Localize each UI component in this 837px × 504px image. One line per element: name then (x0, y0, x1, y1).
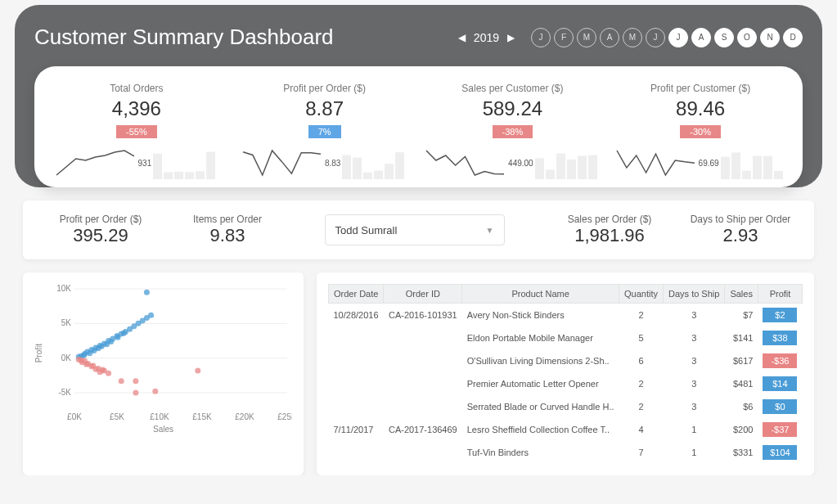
scatter-chart-card: Profit 10K5K0K-5K£0K£5K£10K£15K£20K£25K … (23, 272, 304, 475)
table-row[interactable]: Eldon Portable Mobile Manager 5 3 $141 $… (329, 326, 803, 349)
svg-rect-8 (363, 173, 372, 179)
kpi-badge: -30% (680, 125, 721, 138)
kpi-3: Profit per Customer ($) 89.46 -30% 69.69 (606, 83, 794, 179)
table-row[interactable]: O'Sullivan Living Dimensions 2-Sh.. 6 3 … (329, 349, 803, 372)
chevron-down-icon: ▼ (486, 226, 494, 235)
table-row[interactable]: 10/28/2016 CA-2016-101931 Avery Non-Stic… (329, 304, 803, 327)
table-header[interactable]: Product Name (462, 285, 619, 304)
svg-rect-0 (153, 154, 162, 179)
svg-point-64 (108, 339, 114, 344)
table-header[interactable]: Order Date (329, 285, 384, 304)
svg-rect-2 (174, 172, 183, 179)
scatter-chart[interactable]: 10K5K0K-5K£0K£5K£10K£15K£20K£25K (47, 284, 292, 423)
table-row[interactable]: Premier Automatic Letter Opener 2 3 $481… (329, 372, 803, 395)
svg-point-80 (195, 367, 200, 373)
svg-rect-4 (196, 171, 205, 179)
svg-rect-1 (164, 172, 173, 179)
stat-profit-per-order: Profit per Order ($) 395.29 (39, 214, 162, 246)
customer-summary-bar: Profit per Order ($) 395.29 Items per Or… (23, 200, 814, 259)
svg-text:-5K: -5K (58, 388, 71, 397)
svg-rect-6 (342, 155, 351, 179)
month-pill-10[interactable]: N (760, 28, 780, 47)
svg-rect-21 (753, 156, 762, 179)
stat-sales-per-order: Sales per Order ($) 1,981.96 (552, 214, 667, 246)
svg-point-75 (106, 371, 111, 376)
kpi-badge: 7% (308, 125, 341, 138)
svg-text:£15K: £15K (192, 412, 212, 421)
scatter-ylabel: Profit (34, 344, 43, 362)
svg-text:£25K: £25K (277, 412, 292, 421)
svg-rect-20 (742, 171, 751, 179)
month-pill-6[interactable]: J (668, 28, 688, 47)
table-header[interactable]: Sales (725, 285, 758, 304)
svg-point-83 (90, 363, 96, 369)
table-row[interactable]: 7/11/2017 CA-2017-136469 Lesro Sheffield… (329, 418, 803, 441)
sparkline-last-value: 931 (138, 159, 152, 168)
svg-rect-18 (721, 157, 730, 179)
sparkline-chart (425, 146, 506, 179)
kpi-label: Sales per Customer ($) (424, 83, 602, 94)
table-header[interactable]: Profit (758, 285, 802, 304)
customer-selector-value: Todd Sumrall (335, 224, 398, 236)
kpi-badge: -55% (116, 125, 157, 138)
sparkline-chart (241, 146, 323, 179)
svg-point-62 (99, 344, 105, 349)
month-pill-9[interactable]: O (737, 28, 757, 47)
month-pill-11[interactable]: D (783, 28, 803, 47)
svg-point-78 (133, 390, 138, 396)
year-value: 2019 (474, 31, 499, 44)
table-header[interactable]: Order ID (384, 285, 462, 304)
svg-text:£10K: £10K (150, 412, 169, 421)
svg-rect-23 (774, 171, 783, 179)
table-header[interactable]: Quantity (619, 285, 664, 304)
table-row[interactable]: Tuf-Vin Binders 7 1 $331 $104 (329, 441, 803, 464)
svg-rect-15 (567, 160, 576, 179)
svg-text:£20K: £20K (235, 412, 254, 421)
month-pill-1[interactable]: F (554, 28, 574, 47)
svg-rect-9 (374, 171, 383, 179)
svg-point-57 (144, 290, 150, 295)
svg-point-76 (119, 378, 124, 384)
svg-point-85 (100, 367, 106, 373)
svg-rect-14 (556, 154, 565, 179)
kpi-1: Profit per Order ($) 8.87 7% 8.83 (231, 83, 419, 179)
kpi-panel: Total Orders 4,396 -55% 931 Profit per O… (34, 66, 803, 187)
sparkline-bars (153, 146, 218, 179)
svg-rect-3 (185, 172, 194, 179)
sparkline-chart (615, 146, 697, 179)
svg-rect-13 (546, 169, 555, 179)
svg-point-58 (81, 353, 87, 358)
table-row[interactable]: Serrated Blade or Curved Handle H.. 2 3 … (329, 395, 803, 418)
dashboard-header: Customer Summary Dashboard ◀ 2019 ▶ JFMA… (15, 5, 822, 187)
table-header[interactable]: Days to Ship (664, 285, 725, 304)
svg-rect-22 (763, 156, 772, 179)
month-pill-7[interactable]: A (691, 28, 711, 47)
kpi-value: 89.46 (611, 97, 790, 120)
next-year-arrow[interactable]: ▶ (507, 32, 515, 43)
svg-point-65 (115, 335, 121, 340)
svg-point-66 (121, 331, 127, 336)
svg-point-77 (133, 378, 138, 384)
month-pill-5[interactable]: J (646, 28, 665, 47)
svg-rect-10 (385, 164, 394, 179)
stat-days-to-ship: Days to Ship per Order 2.93 (683, 214, 798, 246)
month-pill-8[interactable]: S (714, 28, 734, 47)
svg-rect-16 (578, 155, 587, 179)
month-pill-3[interactable]: A (600, 28, 619, 47)
prev-year-arrow[interactable]: ◀ (458, 32, 466, 43)
kpi-0: Total Orders 4,396 -55% 931 (43, 83, 231, 179)
svg-rect-12 (535, 158, 544, 179)
month-pill-0[interactable]: J (531, 28, 551, 47)
kpi-value: 4,396 (47, 97, 226, 120)
year-navigator: ◀ 2019 ▶ (458, 31, 515, 44)
kpi-2: Sales per Customer ($) 589.24 -38% 449.0… (419, 83, 607, 179)
month-pill-2[interactable]: M (577, 28, 596, 47)
sparkline-bars (721, 146, 786, 179)
svg-text:5K: 5K (61, 318, 72, 327)
svg-rect-17 (588, 155, 597, 179)
month-pill-4[interactable]: M (623, 28, 642, 47)
page-title: Customer Summary Dashboard (34, 25, 442, 50)
svg-text:0K: 0K (61, 353, 72, 362)
svg-text:£5K: £5K (110, 412, 124, 421)
customer-selector[interactable]: Todd Sumrall ▼ (325, 214, 505, 245)
